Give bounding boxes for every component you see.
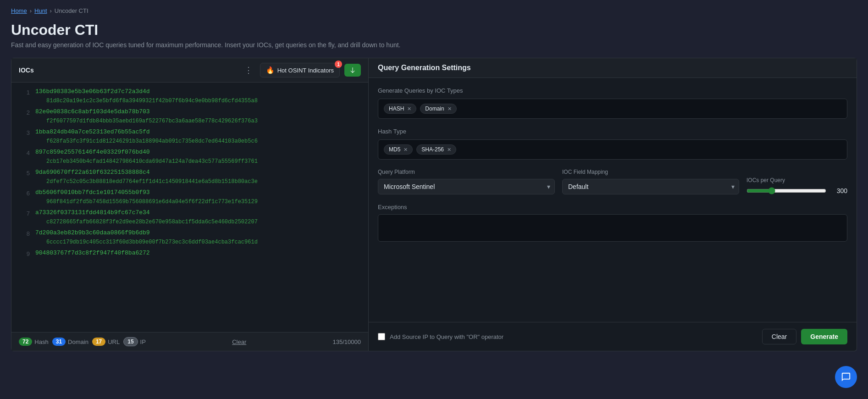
line-number: 1 <box>19 87 30 105</box>
clear-button[interactable]: Clear <box>762 329 796 344</box>
fire-icon: 🔥 <box>266 66 275 74</box>
generate-button[interactable]: Generate <box>801 329 847 344</box>
chat-bubble[interactable] <box>835 366 857 388</box>
iocs-per-query-slider[interactable] <box>746 187 826 194</box>
ioc-clear-button[interactable]: Clear <box>232 338 246 345</box>
iocs-per-query-label: IOCs per Query <box>746 177 847 183</box>
add-source-ip-checkbox[interactable] <box>378 333 385 340</box>
header-right: ⋮ 🔥 Hot OSINT Indicators 1 <box>242 63 361 78</box>
ioc-primary: 82e0e0838c6c8abf103d4e5dab78b703 <box>35 107 361 117</box>
ioc-primary: 904803767f7d3c8f2f947f40f8ba6272 <box>35 249 361 258</box>
tag-label: SHA-256 <box>421 146 444 153</box>
ioc-secondary: 968f841df2fd5b7458d15569b756088691e6d4a0… <box>35 198 361 206</box>
ioc-content: 1bba824db40a7ce52313ed76b55ac5fd f628fa5… <box>35 127 361 146</box>
right-panel: Query Generation Settings Generate Queri… <box>369 58 857 351</box>
breadcrumb-home[interactable]: Home <box>11 7 27 14</box>
iocs-slider-row: 300 <box>746 187 847 194</box>
tag-remove-icon[interactable]: ✕ <box>404 147 408 153</box>
ioc-primary: 1bba824db40a7ce52313ed76b55ac5fd <box>35 127 361 137</box>
ioc-type-badge: 31 Domain <box>52 338 88 346</box>
badge-count: 17 <box>92 338 105 346</box>
breadcrumb: Home › Hunt › Uncoder CTI <box>0 0 868 18</box>
left-panel-header: IOCs ⋮ 🔥 Hot OSINT Indicators 1 <box>11 58 368 83</box>
ioc-secondary: f628fa53fc3f91c1d812246291b3a188904ab091… <box>35 137 361 146</box>
page-header: Uncoder CTI Fast and easy generation of … <box>0 18 868 58</box>
breadcrumb-hunt[interactable]: Hunt <box>34 7 47 14</box>
ioc-tab[interactable]: IOCs <box>19 66 34 74</box>
ioc-content: 82e0e0838c6c8abf103d4e5dab78b703 f2f6077… <box>35 107 361 126</box>
table-row: 2 82e0e0838c6c8abf103d4e5dab78b703 f2f60… <box>11 106 368 127</box>
line-number: 5 <box>19 168 30 186</box>
ioc-field-mapping-select-wrapper: DefaultCustom ▾ <box>562 179 739 194</box>
table-row: 4 897c859e25576146f4e03329f076bd40 2cb17… <box>11 147 368 167</box>
form-row-platforms: Query Platform Microsoft SentinelSplunkE… <box>378 169 847 194</box>
ioc-secondary: c82728665fafb66828f3fe2d9ee28b2e670e958a… <box>35 218 361 227</box>
tag-label: Domain <box>425 105 444 112</box>
table-row: 3 1bba824db40a7ce52313ed76b55ac5fd f628f… <box>11 127 368 147</box>
ioc-secondary: 6cccc179db19c405cc313f60d3bb09e00f7b273e… <box>35 238 361 247</box>
line-number: 3 <box>19 127 30 146</box>
line-number: 4 <box>19 148 30 166</box>
hash-type-tag[interactable]: MD5✕ <box>384 144 413 155</box>
ioc-content: 9da690670ff22a610f632251538888c4 2dfef7c… <box>35 168 361 186</box>
chat-icon <box>841 372 851 382</box>
line-number: 7 <box>19 208 30 227</box>
right-panel-body: Generate Queries by IOC Types HASH✕Domai… <box>369 78 857 322</box>
dots-menu-button[interactable]: ⋮ <box>242 64 255 76</box>
right-panel-header: Query Generation Settings <box>369 58 857 78</box>
char-count: 135/10000 <box>333 338 361 345</box>
badge-count: 72 <box>19 338 32 346</box>
upload-button[interactable] <box>344 64 361 77</box>
left-footer: 72 Hash 31 Domain 17 URL 15 IP Clear 135… <box>11 332 368 351</box>
ioc-type-badge: 72 Hash <box>19 338 49 346</box>
ioc-secondary: 2cb17eb3450b4cfad148427986410cda69d47a12… <box>35 157 361 166</box>
badge-group: 72 Hash 31 Domain 17 URL 15 IP <box>19 337 146 346</box>
exceptions-label: Exceptions <box>378 204 847 211</box>
ioc-type-badge: 17 URL <box>92 338 120 346</box>
hash-type-tag[interactable]: SHA-256✕ <box>416 144 456 155</box>
table-row: 8 7d200a3eb82b9b3c60daa0866f9b6db9 6cccc… <box>11 227 368 248</box>
ioc-secondary: f2f6077597d1fdb84bbb35aebd169af522767bc3… <box>35 117 361 126</box>
hash-type-tag-group: MD5✕SHA-256✕ <box>378 139 847 160</box>
ioc-type-tag[interactable]: Domain✕ <box>420 104 456 114</box>
tag-remove-icon[interactable]: ✕ <box>407 106 411 112</box>
add-source-ip-label: Add Source IP to Query with "OR" operato… <box>390 333 503 340</box>
ioc-field-mapping-label: IOC Field Mapping <box>562 169 739 175</box>
ioc-field-mapping-select[interactable]: DefaultCustom <box>562 179 739 194</box>
badge-count: 31 <box>52 338 66 346</box>
ioc-primary: 136bd98383e5b3e06b63f2d7c72a3d4d <box>35 87 361 97</box>
ioc-list: 1 136bd98383e5b3e06b63f2d7c72a3d4d 81d8c… <box>11 83 368 332</box>
table-row: 7 a73326f0373131fdd4814b9fc67c7e34 c8272… <box>11 207 368 227</box>
ioc-type-tag[interactable]: HASH✕ <box>384 104 416 114</box>
exceptions-input[interactable] <box>378 214 847 242</box>
hot-osint-badge: 1 <box>335 61 342 68</box>
ioc-secondary: 2dfef7c52c05c3b88818edd7764ef1f1d41c1450… <box>35 177 361 186</box>
ioc-content: 136bd98383e5b3e06b63f2d7c72a3d4d 81d8c20… <box>35 87 361 105</box>
tag-remove-icon[interactable]: ✕ <box>448 106 452 112</box>
tag-remove-icon[interactable]: ✕ <box>447 147 451 153</box>
badge-label: URL <box>108 338 120 345</box>
table-row: 1 136bd98383e5b3e06b63f2d7c72a3d4d 81d8c… <box>11 86 368 106</box>
ioc-content: 7d200a3eb82b9b3c60daa0866f9b6db9 6cccc17… <box>35 228 361 247</box>
badge-label: IP <box>140 338 146 345</box>
query-platform-select-wrapper: Microsoft SentinelSplunkElasticQRadar ▾ <box>378 179 555 194</box>
add-source-ip-row: Add Source IP to Query with "OR" operato… <box>378 333 503 340</box>
badge-count: 15 <box>123 337 138 346</box>
badge-label: Domain <box>68 338 88 345</box>
left-panel: IOCs ⋮ 🔥 Hot OSINT Indicators 1 1 136bd9… <box>11 58 369 351</box>
badge-label: Hash <box>34 338 48 345</box>
query-platform-select[interactable]: Microsoft SentinelSplunkElasticQRadar <box>378 179 555 194</box>
right-panel-footer: Add Source IP to Query with "OR" operato… <box>369 322 857 351</box>
ioc-primary: 897c859e25576146f4e03329f076bd40 <box>35 148 361 157</box>
iocs-per-query-group: IOCs per Query 300 <box>746 177 847 194</box>
table-row: 9 904803767f7d3c8f2f947f40f8ba6272 <box>11 248 368 260</box>
table-row: 6 db5606f0010bb7fdc1e10174055b0f93 968f8… <box>11 187 368 207</box>
line-number: 2 <box>19 107 30 126</box>
ioc-content: db5606f0010bb7fdc1e10174055b0f93 968f841… <box>35 188 361 206</box>
ioc-primary: db5606f0010bb7fdc1e10174055b0f93 <box>35 188 361 198</box>
page-title: Uncoder CTI <box>11 22 857 39</box>
query-platform-label: Query Platform <box>378 169 555 175</box>
hash-type-label: Hash Type <box>378 128 847 135</box>
main-layout: IOCs ⋮ 🔥 Hot OSINT Indicators 1 1 136bd9… <box>0 58 868 351</box>
hot-osint-button[interactable]: 🔥 Hot OSINT Indicators 1 <box>260 63 340 78</box>
